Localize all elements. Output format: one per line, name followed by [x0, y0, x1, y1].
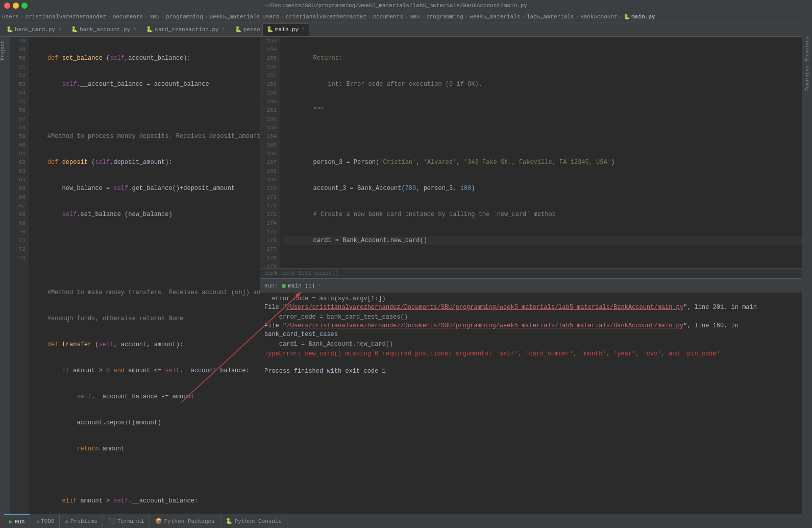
bottom-tab-python-console[interactable]: 🐍 Python Console: [220, 514, 287, 529]
project-icon[interactable]: Project: [0, 39, 10, 62]
title-bar-right: ~/Documents/SBU/programming/week5_materi…: [260, 0, 812, 11]
terminal-icon: ⬛: [108, 518, 115, 524]
console-line: File "/Users/cristianalvarezhernandez/Do…: [264, 322, 798, 339]
error-link-1[interactable]: /Users/cristianalvarezhernandez/Document…: [286, 304, 683, 311]
error-link-2[interactable]: /Users/cristianalvarezhernandez/Document…: [286, 322, 683, 329]
bottom-tab-terminal[interactable]: ⬛ Terminal: [103, 514, 150, 529]
maximize-button[interactable]: [21, 3, 28, 9]
packages-icon: 📦: [155, 518, 162, 524]
left-code-area: Project 48 49 50 51 52 53 54 55 56 57 58…: [0, 37, 260, 528]
left-gutter: 48 49 50 51 52 53 54 55 56 57 58 59 60 6…: [10, 37, 29, 528]
code-bottom-label: bank_card_test_cases(): [260, 268, 802, 278]
favorites-label[interactable]: Favorites: [805, 66, 810, 91]
run-tab-close[interactable]: ×: [318, 283, 321, 289]
minimize-button[interactable]: [13, 3, 19, 9]
left-breadcrumb: Users › cristianalvarezhernandez › Docum…: [0, 11, 260, 22]
bottom-tab-todo[interactable]: ☑ TODO: [30, 514, 60, 529]
py-icon: 🐍: [235, 27, 241, 33]
right-gutter: 153 154 155 156 157 158 159 160 161 162 …: [260, 37, 280, 268]
console-line: [264, 358, 798, 367]
structure-sidebar: Structure Favorites: [802, 11, 812, 528]
tab-person[interactable]: 🐍 person.py ×: [231, 23, 260, 36]
left-panel: Users › cristianalvarezhernandez › Docum…: [0, 11, 260, 528]
py-icon: 🐍: [146, 27, 153, 33]
window-controls[interactable]: [4, 3, 28, 9]
tab-bank-card[interactable]: 🐍 bank_card.py ×: [2, 23, 66, 36]
run-bar: Run: main (1) ×: [260, 278, 802, 293]
console-icon: 🐍: [226, 518, 233, 524]
console-line: File "/Users/cristianalvarezhernandez/Do…: [264, 303, 798, 312]
py-icon: 🐍: [71, 27, 78, 33]
tab-card-transaction[interactable]: 🐍 card_transaction.py ×: [142, 23, 229, 36]
tab-close[interactable]: ×: [222, 27, 225, 32]
tab-close[interactable]: ×: [133, 27, 136, 32]
tab-close[interactable]: ×: [58, 27, 61, 32]
title-bar-left: [0, 0, 260, 11]
py-icon: 🐍: [7, 27, 13, 33]
console-line: card1 = Bank_Account.new_card(): [264, 340, 798, 349]
bottom-tab-problems[interactable]: ⚠ Problems: [60, 514, 103, 529]
left-code-content: def set_balance (self,account_balance): …: [29, 37, 260, 528]
console-line: error_code = bank_card_test_cases(): [264, 313, 798, 322]
tab-close[interactable]: ×: [302, 27, 305, 32]
left-tabs-bar: 🐍 bank_card.py × 🐍 bank_account.py × 🐍 c…: [0, 22, 260, 37]
close-button[interactable]: [4, 3, 10, 9]
left-sidebar: Project: [0, 37, 10, 528]
tab-main-py[interactable]: 🐍 main.py ×: [262, 23, 309, 36]
right-tabs-bar: 🐍 main.py ×: [260, 22, 802, 37]
right-panel: Users › cristianalvarezhernandez › Docum…: [260, 11, 802, 528]
run-tab[interactable]: main (1) ×: [282, 283, 321, 289]
py-icon: 🐍: [267, 27, 273, 33]
console-area: error_code = main(sys.argv[1:]) File "/U…: [260, 293, 802, 528]
console-line: error_code = main(sys.argv[1:]): [264, 295, 798, 303]
title-breadcrumb: ~/Documents/SBU/programming/week5_materi…: [264, 3, 527, 9]
run-icon: ▶: [9, 518, 13, 525]
tab-bank-account[interactable]: 🐍 bank_account.py ×: [67, 23, 141, 36]
run-status-dot: [282, 284, 286, 288]
console-finish-line: Process finished with exit code 1: [264, 367, 798, 376]
bottom-tab-run[interactable]: ▶ Run: [4, 514, 30, 529]
problems-icon: ⚠: [65, 518, 68, 524]
right-code-content: Returns: int: Error code after execution…: [280, 37, 802, 268]
right-code-area: 153 154 155 156 157 158 159 160 161 162 …: [260, 37, 802, 268]
structure-label[interactable]: Structure: [805, 37, 810, 62]
py-file-icon: 🐍: [624, 14, 630, 20]
right-breadcrumb: Users › cristianalvarezhernandez › Docum…: [260, 11, 802, 22]
bottom-tab-python-packages[interactable]: 📦 Python Packages: [150, 514, 220, 529]
console-error-line: TypeError: new_card() missing 6 required…: [264, 350, 798, 358]
bottom-bar: ▶ Run ☑ TODO ⚠ Problems ⬛ Terminal 📦 Pyt…: [0, 514, 812, 528]
todo-icon: ☑: [35, 518, 39, 524]
